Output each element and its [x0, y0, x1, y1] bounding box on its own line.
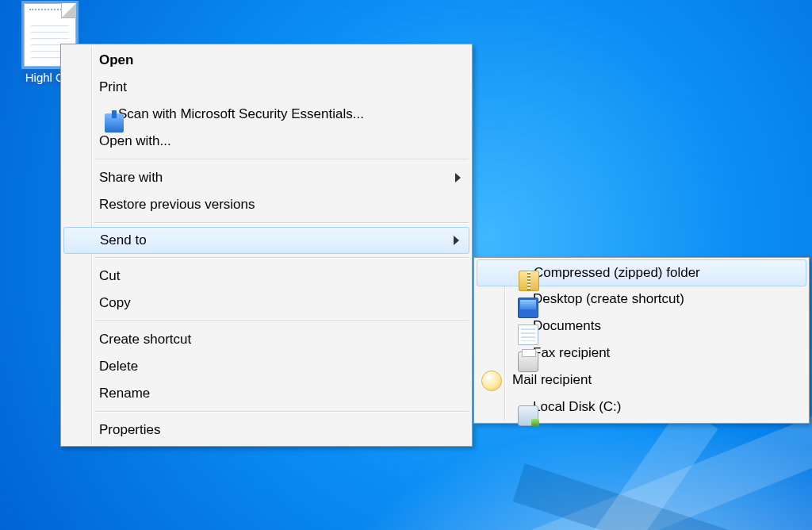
- menu-separator: [94, 222, 469, 224]
- menu-item[interactable]: Print: [63, 74, 470, 101]
- menu-item[interactable]: Properties: [63, 417, 470, 444]
- menu-item[interactable]: Documents: [476, 313, 807, 340]
- menu-item[interactable]: Create shortcut: [63, 326, 470, 353]
- menu-item[interactable]: Desktop (create shortcut): [476, 286, 807, 313]
- menu-separator: [94, 159, 469, 160]
- menu-item[interactable]: Local Disk (C:): [476, 394, 807, 421]
- menu-item-label: Desktop (create shortcut): [533, 291, 684, 307]
- menu-item[interactable]: Mail recipient: [476, 367, 807, 394]
- menu-separator: [94, 321, 469, 322]
- mail-icon: [481, 371, 502, 391]
- menu-item[interactable]: Compressed (zipped) folder: [477, 259, 806, 286]
- menu-item-label: Copy: [99, 295, 131, 311]
- menu-item-label: Mail recipient: [512, 372, 592, 388]
- menu-item-label: Documents: [533, 318, 601, 334]
- chevron-right-icon: [455, 173, 461, 182]
- desktop[interactable]: Highl Out OpenPrintScan with Microsoft S…: [0, 0, 812, 530]
- menu-separator: [94, 257, 469, 259]
- menu-item[interactable]: Open with...: [63, 128, 470, 155]
- menu-item[interactable]: Share with: [63, 164, 470, 191]
- menu-item-label: Open: [99, 52, 133, 68]
- menu-item-label: Delete: [99, 359, 138, 374]
- menu-item-label: Compressed (zipped) folder: [534, 265, 700, 281]
- menu-item-label: Scan with Microsoft Security Essentials.…: [118, 106, 364, 122]
- menu-item-label: Create shortcut: [99, 332, 191, 348]
- menu-item[interactable]: Cut: [63, 263, 470, 290]
- context-menu[interactable]: OpenPrintScan with Microsoft Security Es…: [60, 44, 473, 447]
- menu-separator: [94, 411, 469, 413]
- menu-item[interactable]: Send to: [63, 227, 469, 254]
- menu-item[interactable]: Fax recipient: [476, 340, 807, 367]
- menu-item[interactable]: Restore previous versions: [63, 191, 470, 218]
- menu-item[interactable]: Rename: [63, 380, 470, 407]
- menu-item-label: Local Disk (C:): [533, 399, 621, 415]
- menu-item-label: Properties: [99, 422, 160, 438]
- menu-item[interactable]: Copy: [63, 290, 470, 317]
- send-to-submenu[interactable]: Compressed (zipped) folderDesktop (creat…: [473, 257, 810, 424]
- menu-item-label: Restore previous versions: [99, 197, 255, 213]
- menu-item[interactable]: Open: [63, 47, 470, 74]
- menu-item-label: Open with...: [99, 133, 171, 149]
- chevron-right-icon: [454, 236, 459, 245]
- menu-item-label: Rename: [99, 386, 150, 401]
- menu-item-label: Fax recipient: [533, 345, 610, 361]
- menu-item-label: Print: [99, 79, 127, 95]
- menu-item-label: Send to: [100, 232, 147, 248]
- disk-icon: [518, 405, 538, 426]
- menu-item-label: Cut: [99, 268, 120, 284]
- menu-item[interactable]: Delete: [63, 353, 470, 380]
- menu-item[interactable]: Scan with Microsoft Security Essentials.…: [63, 101, 470, 128]
- menu-item-label: Share with: [99, 170, 163, 186]
